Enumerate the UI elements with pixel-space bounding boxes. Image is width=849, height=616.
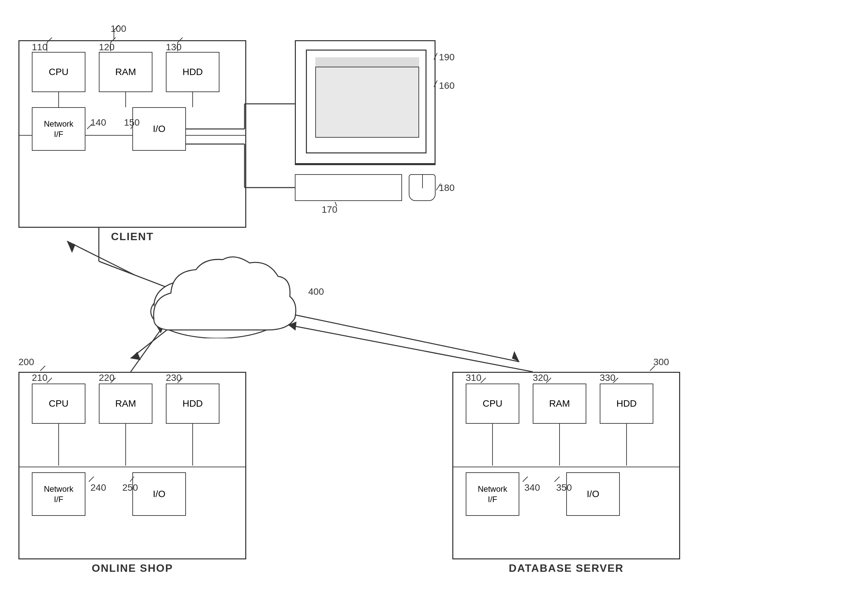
onlineshop-io-ref: 250 (122, 482, 138, 493)
client-ref: 100 (110, 24, 126, 34)
client-netif-ref: 140 (91, 117, 106, 128)
svg-marker-18 (512, 351, 519, 362)
dbserver-ram-ref: 320 (533, 372, 548, 383)
svg-line-9 (67, 241, 134, 275)
client-ram-label: RAM (115, 67, 136, 77)
onlineshop-io-box: I/O (133, 472, 186, 516)
client-hdd-box: HDD (166, 52, 219, 92)
client-cpu-box: CPU (32, 52, 85, 92)
onlineshop-cpu-label: CPU (49, 398, 69, 409)
client-ram-ref: 120 (99, 42, 115, 53)
dbserver-netif-box: Network I/F (466, 472, 519, 516)
client-io-box: I/O (133, 107, 186, 151)
svg-line-17 (295, 315, 519, 362)
client-hdd-label: HDD (183, 67, 203, 77)
svg-line-15 (288, 325, 533, 372)
monitor-screen (315, 57, 419, 138)
screen-inner-ref: 190 (439, 52, 455, 62)
dbserver-io-ref: 350 (556, 482, 572, 493)
dbserver-io-label: I/O (587, 489, 599, 500)
dbserver-ram-box: RAM (533, 384, 586, 424)
dbserver-netif-label: Network I/F (478, 484, 507, 504)
monitor-ref: 160 (439, 80, 455, 91)
keyboard-box (295, 174, 402, 201)
cloud-shape (134, 244, 302, 338)
dbserver-hdd-label: HDD (617, 398, 637, 409)
onlineshop-cpu-ref: 210 (32, 372, 48, 383)
monitor-outer (295, 40, 436, 164)
onlineshop-ram-ref: 220 (99, 372, 115, 383)
onlineshop-title: ONLINE SHOP (18, 562, 246, 574)
onlineshop-ram-box: RAM (99, 384, 152, 424)
svg-marker-10 (67, 241, 75, 253)
dbserver-io-box: I/O (566, 472, 620, 516)
dbserver-netif-ref: 340 (524, 482, 540, 493)
dbserver-cpu-label: CPU (483, 398, 502, 409)
client-netif-box: Network I/F (32, 107, 85, 151)
keyboard-ref: 170 (322, 204, 337, 215)
onlineshop-hdd-box: HDD (166, 384, 219, 424)
onlineshop-hdd-label: HDD (183, 398, 203, 409)
dbserver-cpu-box: CPU (466, 384, 519, 424)
onlineshop-ram-label: RAM (115, 398, 136, 409)
onlineshop-ref: 200 (18, 357, 34, 368)
onlineshop-netif-label: Network I/F (44, 484, 73, 504)
client-io-ref: 150 (124, 117, 140, 128)
client-netif-label: Network I/F (44, 119, 73, 139)
dbserver-cpu-ref: 310 (466, 372, 481, 383)
dbserver-title: DATABASE SERVER (452, 562, 680, 574)
onlineshop-netif-box: Network I/F (32, 472, 85, 516)
client-cpu-label: CPU (49, 67, 69, 77)
client-cpu-ref: 110 (32, 42, 48, 53)
onlineshop-cpu-box: CPU (32, 384, 85, 424)
dbserver-hdd-ref: 330 (600, 372, 615, 383)
svg-marker-14 (131, 352, 141, 360)
monitor-inner (306, 49, 426, 153)
mouse-ref: 180 (439, 183, 455, 193)
mouse-box (409, 174, 436, 201)
dbserver-ram-label: RAM (549, 398, 570, 409)
dbserver-hdd-box: HDD (600, 384, 653, 424)
client-title: CLIENT (18, 231, 246, 243)
onlineshop-io-label: I/O (153, 489, 165, 500)
svg-line-52 (40, 366, 45, 371)
onlineshop-hdd-ref: 230 (166, 372, 182, 383)
client-ram-box: RAM (99, 52, 152, 92)
client-io-label: I/O (153, 123, 165, 134)
diagram: CLIENT 100 CPU 110 RAM 120 HDD 130 Netwo… (0, 0, 849, 616)
client-hdd-ref: 130 (166, 42, 182, 53)
network-ref: 400 (308, 286, 324, 297)
dbserver-ref: 300 (653, 357, 669, 368)
onlineshop-netif-ref: 240 (91, 482, 106, 493)
